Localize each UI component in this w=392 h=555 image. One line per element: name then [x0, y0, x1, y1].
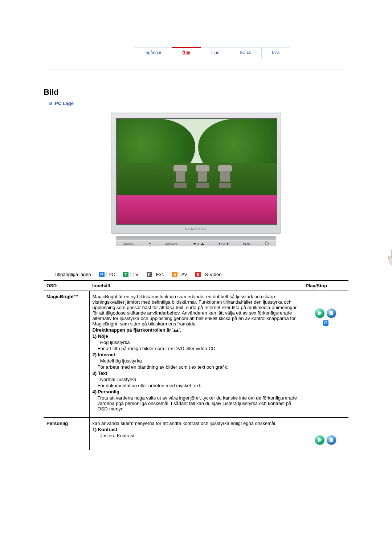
- subsection-text: PC Läge: [55, 101, 74, 106]
- play-cell: P: [303, 291, 348, 418]
- subsection-label: PC Läge: [49, 101, 348, 106]
- power-button[interactable]: [265, 242, 269, 246]
- monitor-illustration: SAMSUNG: [111, 113, 281, 234]
- mode-pc: P: PC: [99, 272, 115, 277]
- stop-icon[interactable]: [327, 435, 336, 445]
- magicbright-button[interactable]: ✦: [149, 242, 151, 246]
- tab-ingangar[interactable]: Ingångar: [134, 48, 172, 58]
- stop-icon[interactable]: [327, 308, 336, 318]
- col-content: Innehåll: [89, 280, 303, 291]
- mode-svideo: S: S-Video: [195, 272, 221, 277]
- mode-badge-p: P: [323, 320, 328, 326]
- tab-inst[interactable]: Inst.: [262, 48, 290, 58]
- tab-kanal[interactable]: Kanal: [230, 48, 262, 58]
- hand-cursor-icon: [385, 248, 392, 266]
- monitor-brand: SAMSUNG: [116, 225, 276, 231]
- play-cell: [303, 418, 348, 450]
- table-row: Personlig kan använda skärmmenyerna för …: [44, 418, 348, 450]
- osd-cell: Personlig: [44, 418, 89, 450]
- ch-down-button[interactable]: CH: [193, 243, 204, 246]
- vol-buttons[interactable]: VOL: [219, 242, 229, 246]
- content-cell: kan använda skärmmenyerna för att ändra …: [89, 418, 303, 450]
- modes-label: Tillgängliga lägen: [54, 272, 91, 277]
- available-modes: Tillgängliga lägen P: PC T: TV E: Ext. A…: [54, 272, 348, 277]
- mode-av: A: AV: [172, 272, 187, 277]
- auto-exit-button[interactable]: AUTO/EXIT: [165, 243, 179, 246]
- content-cell: MagicBright är en ny bildskärmsfunktion …: [89, 291, 303, 418]
- col-osd: OSD: [44, 280, 89, 291]
- mode-ext: E: Ext.: [147, 272, 164, 277]
- source-button[interactable]: SOURCE: [123, 243, 134, 246]
- play-icon[interactable]: [315, 308, 324, 318]
- monitor-controls: SOURCE ✦ AUTO/EXIT CH VOL MENU: [116, 236, 276, 246]
- screen-image: [116, 118, 277, 225]
- table-row: MagicBright™ MagicBright är en ny bildsk…: [44, 291, 348, 418]
- col-play: Play/Stop: [303, 280, 348, 291]
- tab-bar: Ingångar Bild Ljud Kanal Inst.: [0, 47, 392, 58]
- feature-table: OSD Innehåll Play/Stop MagicBright™ Magi…: [44, 280, 348, 450]
- menu-button[interactable]: MENU: [243, 243, 251, 246]
- page-title: Bild: [44, 88, 348, 97]
- mode-tv: T: TV: [123, 272, 139, 277]
- tab-ljud[interactable]: Ljud: [201, 48, 230, 58]
- bullet-icon: [49, 102, 52, 105]
- play-icon[interactable]: [315, 435, 324, 445]
- tab-bild[interactable]: Bild: [172, 47, 201, 58]
- osd-cell: MagicBright™: [44, 291, 89, 418]
